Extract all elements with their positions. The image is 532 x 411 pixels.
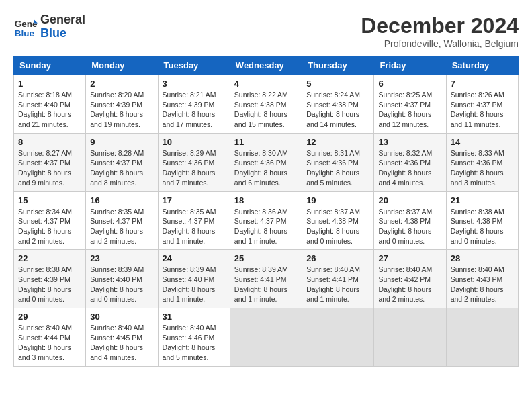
sunset-time: Sunset: 4:36 PM [306, 158, 359, 167]
calendar-day-cell: 6 Sunrise: 8:25 AM Sunset: 4:37 PM Dayli… [374, 75, 446, 134]
day-info: Sunrise: 8:37 AM Sunset: 4:38 PM Dayligh… [378, 207, 441, 246]
sunrise-time: Sunrise: 8:37 AM [306, 208, 360, 216]
day-info: Sunrise: 8:31 AM Sunset: 4:36 PM Dayligh… [306, 148, 369, 188]
day-info: Sunrise: 8:22 AM Sunset: 4:38 PM Dayligh… [234, 90, 298, 130]
sunrise-time: Sunrise: 8:40 AM [163, 324, 216, 332]
daylight-hours: Daylight: 8 hours and 9 minutes. [18, 169, 71, 187]
day-number: 21 [451, 195, 514, 205]
day-info: Sunrise: 8:26 AM Sunset: 4:37 PM Dayligh… [451, 90, 514, 130]
sunset-time: Sunset: 4:37 PM [163, 217, 215, 225]
daylight-hours: Daylight: 8 hours and 11 minutes. [451, 110, 504, 128]
month-title: December 2024 [361, 13, 519, 38]
day-number: 20 [378, 195, 441, 205]
day-info: Sunrise: 8:18 AM Sunset: 4:40 PM Dayligh… [18, 90, 81, 130]
day-number: 5 [306, 79, 369, 89]
sunrise-time: Sunrise: 8:21 AM [163, 91, 216, 99]
daylight-hours: Daylight: 8 hours and 2 minutes. [18, 227, 71, 245]
daylight-hours: Daylight: 8 hours and 0 minutes. [451, 227, 504, 245]
day-info: Sunrise: 8:24 AM Sunset: 4:38 PM Dayligh… [306, 90, 369, 130]
day-info: Sunrise: 8:20 AM Sunset: 4:39 PM Dayligh… [90, 90, 153, 130]
day-number: 12 [306, 137, 369, 147]
sunset-time: Sunset: 4:36 PM [163, 158, 215, 167]
sunrise-time: Sunrise: 8:40 AM [451, 265, 504, 273]
sunrise-time: Sunrise: 8:40 AM [90, 324, 144, 332]
sunrise-time: Sunrise: 8:36 AM [234, 208, 288, 216]
day-number: 14 [451, 137, 514, 147]
day-info: Sunrise: 8:33 AM Sunset: 4:36 PM Dayligh… [451, 148, 514, 188]
calendar-day-cell: 25 Sunrise: 8:39 AM Sunset: 4:41 PM Dayl… [230, 250, 302, 308]
day-number: 8 [18, 137, 81, 147]
sunrise-time: Sunrise: 8:29 AM [163, 149, 216, 157]
day-number: 30 [90, 312, 153, 322]
calendar-day-cell: 20 Sunrise: 8:37 AM Sunset: 4:38 PM Dayl… [374, 191, 446, 250]
calendar-day-cell: 2 Sunrise: 8:20 AM Sunset: 4:39 PM Dayli… [86, 75, 158, 134]
sunset-time: Sunset: 4:37 PM [18, 158, 71, 167]
calendar-day-cell: 22 Sunrise: 8:38 AM Sunset: 4:39 PM Dayl… [14, 250, 86, 308]
sunrise-time: Sunrise: 8:39 AM [90, 265, 144, 273]
sunrise-time: Sunrise: 8:35 AM [90, 208, 144, 216]
col-wednesday: Wednesday [230, 56, 302, 75]
sunset-time: Sunset: 4:38 PM [306, 217, 359, 225]
calendar-day-cell: 17 Sunrise: 8:35 AM Sunset: 4:37 PM Dayl… [158, 191, 230, 250]
daylight-hours: Daylight: 8 hours and 19 minutes. [90, 110, 143, 128]
day-info: Sunrise: 8:36 AM Sunset: 4:37 PM Dayligh… [234, 207, 298, 246]
sunset-time: Sunset: 4:44 PM [18, 334, 71, 342]
calendar-day-cell: 10 Sunrise: 8:29 AM Sunset: 4:36 PM Dayl… [158, 133, 230, 191]
day-number: 16 [90, 195, 153, 205]
logo-general-text: General [40, 13, 85, 27]
sunrise-time: Sunrise: 8:33 AM [451, 149, 504, 157]
day-info: Sunrise: 8:35 AM Sunset: 4:37 PM Dayligh… [90, 207, 153, 246]
sunrise-time: Sunrise: 8:35 AM [163, 208, 216, 216]
daylight-hours: Daylight: 8 hours and 12 minutes. [378, 110, 431, 128]
sunrise-time: Sunrise: 8:34 AM [18, 208, 72, 216]
sunrise-time: Sunrise: 8:38 AM [18, 265, 72, 273]
sunset-time: Sunset: 4:37 PM [378, 101, 431, 109]
calendar-day-cell: 9 Sunrise: 8:28 AM Sunset: 4:37 PM Dayli… [86, 133, 158, 191]
calendar-day-cell: 19 Sunrise: 8:37 AM Sunset: 4:38 PM Dayl… [302, 191, 374, 250]
header: General Blue General Blue December 2024 … [13, 13, 519, 49]
day-number: 10 [163, 137, 226, 147]
sunset-time: Sunset: 4:37 PM [451, 101, 503, 109]
sunrise-time: Sunrise: 8:37 AM [378, 208, 432, 216]
day-number: 1 [18, 79, 81, 89]
col-monday: Monday [86, 56, 158, 75]
sunset-time: Sunset: 4:36 PM [378, 158, 431, 167]
daylight-hours: Daylight: 8 hours and 1 minute. [234, 227, 287, 245]
calendar-day-cell: 13 Sunrise: 8:32 AM Sunset: 4:36 PM Dayl… [374, 133, 446, 191]
sunrise-time: Sunrise: 8:39 AM [163, 265, 216, 273]
subtitle: Profondeville, Wallonia, Belgium [361, 38, 519, 49]
daylight-hours: Daylight: 8 hours and 0 minutes. [18, 285, 71, 304]
day-number: 22 [18, 253, 81, 263]
daylight-hours: Daylight: 8 hours and 5 minutes. [163, 343, 216, 361]
calendar-day-cell: 26 Sunrise: 8:40 AM Sunset: 4:41 PM Dayl… [302, 250, 374, 308]
calendar-day-cell [446, 308, 518, 367]
sunset-time: Sunset: 4:36 PM [234, 158, 287, 167]
day-number: 2 [90, 79, 153, 89]
daylight-hours: Daylight: 8 hours and 5 minutes. [306, 169, 359, 187]
calendar-day-cell: 18 Sunrise: 8:36 AM Sunset: 4:37 PM Dayl… [230, 191, 302, 250]
day-number: 19 [306, 195, 369, 205]
daylight-hours: Daylight: 8 hours and 3 minutes. [18, 343, 71, 361]
day-info: Sunrise: 8:34 AM Sunset: 4:37 PM Dayligh… [18, 207, 81, 246]
col-friday: Friday [374, 56, 446, 75]
day-info: Sunrise: 8:38 AM Sunset: 4:39 PM Dayligh… [18, 265, 81, 304]
daylight-hours: Daylight: 8 hours and 14 minutes. [306, 110, 359, 128]
calendar-day-cell: 27 Sunrise: 8:40 AM Sunset: 4:42 PM Dayl… [374, 250, 446, 308]
daylight-hours: Daylight: 8 hours and 0 minutes. [378, 227, 431, 245]
sunrise-time: Sunrise: 8:20 AM [90, 91, 144, 99]
day-number: 11 [234, 137, 298, 147]
calendar-day-cell: 29 Sunrise: 8:40 AM Sunset: 4:44 PM Dayl… [14, 308, 86, 367]
daylight-hours: Daylight: 8 hours and 2 minutes. [378, 285, 431, 304]
sunset-time: Sunset: 4:40 PM [163, 275, 215, 283]
sunrise-time: Sunrise: 8:40 AM [306, 265, 360, 273]
sunset-time: Sunset: 4:36 PM [451, 158, 503, 167]
day-info: Sunrise: 8:40 AM Sunset: 4:44 PM Dayligh… [18, 323, 81, 363]
day-info: Sunrise: 8:40 AM Sunset: 4:41 PM Dayligh… [306, 265, 369, 304]
daylight-hours: Daylight: 8 hours and 1 minute. [234, 285, 287, 304]
day-info: Sunrise: 8:39 AM Sunset: 4:40 PM Dayligh… [163, 265, 226, 304]
daylight-hours: Daylight: 8 hours and 7 minutes. [163, 169, 216, 187]
day-number: 24 [163, 253, 226, 263]
calendar-day-cell: 12 Sunrise: 8:31 AM Sunset: 4:36 PM Dayl… [302, 133, 374, 191]
sunset-time: Sunset: 4:43 PM [451, 275, 503, 283]
daylight-hours: Daylight: 8 hours and 2 minutes. [451, 285, 504, 304]
